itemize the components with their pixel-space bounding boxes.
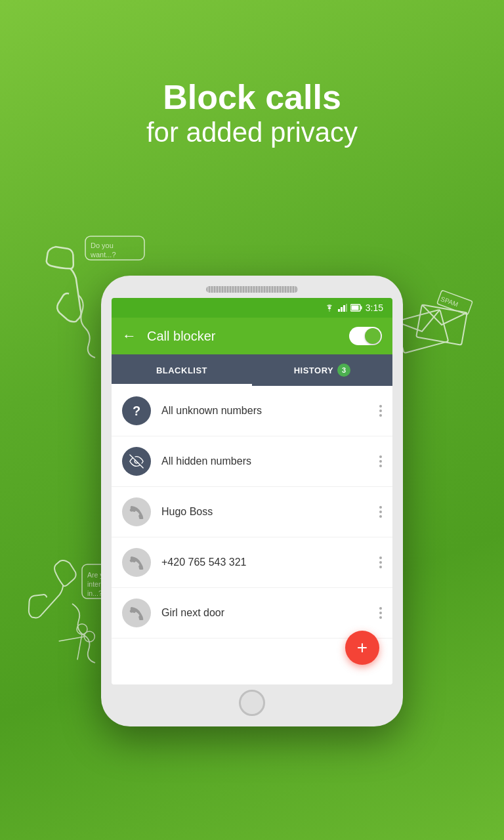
tab-blacklist-label: BLACKLIST xyxy=(156,366,207,375)
back-button[interactable]: ← xyxy=(122,327,136,345)
list-item[interactable]: ? All unknown numbers xyxy=(112,386,392,436)
status-time: 3:15 xyxy=(366,303,383,313)
phone-mockup: 3:15 ← Call blocker BLACKLIST HIS xyxy=(101,276,403,726)
unknown-numbers-label: All unknown numbers xyxy=(161,405,379,417)
tabs-bar: BLACKLIST HISTORY 3 xyxy=(112,354,392,386)
hidden-numbers-icon xyxy=(122,447,151,476)
tab-history[interactable]: HISTORY 3 xyxy=(252,354,392,386)
phone-icon xyxy=(129,505,144,519)
svg-rect-21 xyxy=(351,306,358,310)
blacklist-list: ? All unknown numbers xyxy=(112,386,392,639)
list-item[interactable]: Girl next door xyxy=(112,588,392,639)
battery-icon xyxy=(350,304,362,312)
hidden-numbers-menu[interactable] xyxy=(379,455,382,467)
phone-icon-2 xyxy=(129,555,144,570)
header-subtitle: for added privacy xyxy=(0,116,504,149)
app-bar-title: Call blocker xyxy=(147,329,215,344)
girl-next-door-icon xyxy=(122,598,151,627)
girl-next-door-label: Girl next door xyxy=(161,607,379,619)
status-bar: 3:15 xyxy=(112,298,392,318)
svg-rect-4 xyxy=(416,304,467,345)
svg-rect-20 xyxy=(360,306,362,310)
svg-rect-0 xyxy=(85,236,144,260)
svg-rect-3 xyxy=(396,310,449,353)
status-icons: 3:15 xyxy=(324,303,383,313)
phone-screen: 3:15 ← Call blocker BLACKLIST HIS xyxy=(112,298,392,684)
hugo-boss-label: Hugo Boss xyxy=(161,506,379,518)
svg-line-9 xyxy=(67,634,93,660)
wifi-icon xyxy=(324,304,335,312)
home-button[interactable] xyxy=(239,690,265,716)
header-title: Block calls xyxy=(0,79,504,116)
tab-blacklist[interactable]: BLACKLIST xyxy=(112,354,252,386)
header-section: Block calls for added privacy xyxy=(0,79,504,150)
toggle-knob xyxy=(365,328,381,344)
phone-speaker xyxy=(206,286,298,293)
call-blocker-toggle[interactable] xyxy=(349,327,382,345)
girl-next-door-menu[interactable] xyxy=(379,607,382,619)
list-item[interactable]: Hugo Boss xyxy=(112,487,392,537)
phone-number-label: +420 765 543 321 xyxy=(161,556,379,568)
app-bar: ← Call blocker xyxy=(112,318,392,354)
list-item[interactable]: All hidden numbers xyxy=(112,436,392,487)
svg-point-8 xyxy=(82,629,97,644)
svg-rect-17 xyxy=(343,305,345,312)
unknown-numbers-menu[interactable] xyxy=(379,405,382,417)
svg-text:want...?: want...? xyxy=(90,251,116,259)
list-item[interactable]: +420 765 543 321 xyxy=(112,537,392,588)
svg-rect-16 xyxy=(341,307,343,312)
add-button[interactable]: + xyxy=(345,631,379,665)
svg-text:in...?: in...? xyxy=(87,589,102,597)
svg-text:SPAM: SPAM xyxy=(440,295,459,308)
history-badge: 3 xyxy=(337,364,350,377)
svg-line-10 xyxy=(59,626,85,652)
hidden-numbers-label: All hidden numbers xyxy=(161,455,379,467)
hidden-eye-icon xyxy=(129,454,144,469)
svg-rect-5 xyxy=(437,290,473,315)
phone-number-menu[interactable] xyxy=(379,556,382,568)
svg-rect-15 xyxy=(338,309,340,312)
signal-icon xyxy=(338,304,347,312)
unknown-numbers-icon: ? xyxy=(122,396,151,425)
hugo-boss-menu[interactable] xyxy=(379,506,382,518)
svg-point-7 xyxy=(75,621,90,637)
tab-history-label: HISTORY xyxy=(294,366,334,375)
hugo-boss-icon xyxy=(122,497,151,526)
phone-icon-3 xyxy=(129,606,144,620)
svg-text:Do you: Do you xyxy=(91,242,114,249)
svg-rect-18 xyxy=(346,304,347,312)
phone-number-icon xyxy=(122,548,151,577)
